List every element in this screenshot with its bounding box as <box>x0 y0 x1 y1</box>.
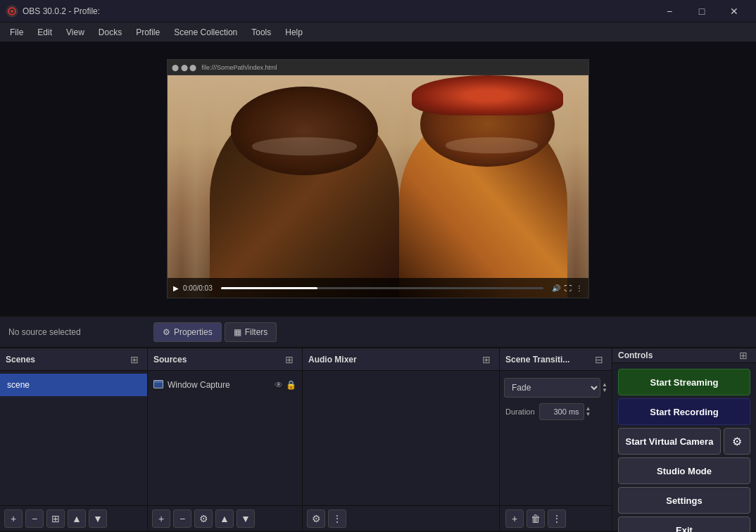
menu-docks[interactable]: Docks <box>92 25 129 40</box>
sources-panel-title: Sources <box>153 355 187 365</box>
sources-panel-header: Sources ⊞ <box>148 348 302 371</box>
filters-button[interactable]: ▦ Filters <box>225 322 277 342</box>
source-add-btn[interactable]: + <box>152 509 170 528</box>
properties-button[interactable]: ⚙ Properties <box>153 322 222 342</box>
properties-icon: ⚙ <box>163 327 170 337</box>
virtual-camera-row: Start Virtual Camera ⚙ <box>618 428 750 455</box>
sources-expand-btn[interactable]: ⊞ <box>282 353 296 367</box>
preview-window-titlebar: ⬤ ⬤ ⬤ file:///SomePath/index.html <box>168 60 588 75</box>
exit-btn[interactable]: Exit <box>618 517 750 532</box>
preview-time: 0:00/0:03 <box>183 284 213 292</box>
preview-window: ⬤ ⬤ ⬤ file:///SomePath/index.html <box>167 59 589 298</box>
close-button[interactable]: ✕ <box>718 0 750 23</box>
transition-content: Fade Cut Swipe ▲ ▼ Duration ▲ ▼ <box>500 371 612 505</box>
menu-file[interactable]: File <box>3 25 30 40</box>
app-title: OBS 30.0.2 - Profile: <box>23 6 653 16</box>
studio-mode-btn[interactable]: Studio Mode <box>618 457 750 484</box>
menu-help[interactable]: Help <box>278 25 310 40</box>
titlebar: OBS 30.0.2 - Profile: − □ ✕ <box>0 0 756 23</box>
transition-type-select[interactable]: Fade Cut Swipe <box>504 378 600 398</box>
audio-settings-btn[interactable]: ⚙ <box>307 509 325 528</box>
scene-add-btn[interactable]: + <box>4 509 23 528</box>
source-down-btn[interactable]: ▼ <box>237 509 255 528</box>
audio-more-btn[interactable]: ⋮ <box>328 509 346 528</box>
obs-logo-icon <box>6 5 18 18</box>
controls-panel-header: Controls ⊞ <box>612 348 756 363</box>
props-bar: No source selected ⚙ Properties ▦ Filter… <box>0 317 756 348</box>
filters-icon: ▦ <box>234 327 241 337</box>
transition-duration-row: Duration ▲ ▼ <box>500 400 612 423</box>
scene-remove-btn[interactable]: − <box>25 509 44 528</box>
settings-btn[interactable]: Settings <box>618 487 750 514</box>
transition-expand-btn[interactable]: ⊟ <box>592 353 606 367</box>
controls-panel-title: Controls <box>618 350 653 360</box>
source-visibility-btn[interactable]: 👁 <box>275 380 283 390</box>
transition-more-btn[interactable]: ⋮ <box>548 509 566 528</box>
controls-expand-btn[interactable]: ⊞ <box>736 348 750 362</box>
controls-content: Start Streaming Start Recording Start Vi… <box>612 363 756 532</box>
panels: Scenes ⊞ scene + − ⊞ ▲ ▼ Sources ⊞ W <box>0 348 756 531</box>
svg-point-2 <box>11 10 13 13</box>
preview-area: ⬤ ⬤ ⬤ file:///SomePath/index.html <box>0 42 756 317</box>
preview-fullscreen-btn[interactable]: ⛶ <box>565 284 572 292</box>
sources-list: Window Capture 👁 🔒 <box>148 371 302 505</box>
scene-item[interactable]: scene <box>0 374 147 396</box>
start-virtual-camera-btn[interactable]: Start Virtual Camera <box>618 428 721 455</box>
source-item[interactable]: Window Capture 👁 🔒 <box>148 374 302 396</box>
audio-panel-title: Audio Mixer <box>308 355 357 365</box>
transition-panel-header: Scene Transiti... ⊟ <box>500 348 612 371</box>
scenes-list: scene <box>0 371 147 505</box>
duration-input[interactable] <box>539 403 584 420</box>
duration-down-btn[interactable]: ▼ <box>586 412 591 417</box>
window-controls: − □ ✕ <box>653 0 750 23</box>
menu-view[interactable]: View <box>59 25 92 40</box>
menu-profile[interactable]: Profile <box>129 25 167 40</box>
duration-label: Duration <box>505 407 535 416</box>
transition-panel-title: Scene Transiti... <box>505 355 569 365</box>
preview-controls-bar: ▶ 0:00/0:03 🔊 ⛶ ⋮ <box>168 278 588 298</box>
preview-more-btn[interactable]: ⋮ <box>576 284 583 292</box>
maximize-button[interactable]: □ <box>686 0 718 23</box>
transition-down-btn[interactable]: ▼ <box>602 388 607 393</box>
scene-up-btn[interactable]: ▲ <box>68 509 86 528</box>
preview-play-btn[interactable]: ▶ <box>173 284 179 292</box>
sources-footer: + − ⚙ ▲ ▼ <box>148 505 302 531</box>
menu-tools[interactable]: Tools <box>244 25 278 40</box>
gear-icon: ⚙ <box>732 435 742 448</box>
audio-panel-header: Audio Mixer ⊞ <box>303 348 499 371</box>
menu-scene-collection[interactable]: Scene Collection <box>167 25 244 40</box>
audio-footer: ⚙ ⋮ <box>303 505 499 531</box>
scenes-panel-title: Scenes <box>6 355 35 365</box>
scene-down-btn[interactable]: ▼ <box>89 509 107 528</box>
virtual-camera-settings-btn[interactable]: ⚙ <box>724 428 750 455</box>
scenes-expand-btn[interactable]: ⊞ <box>127 353 141 367</box>
audio-content <box>303 371 499 505</box>
scenes-panel: Scenes ⊞ scene + − ⊞ ▲ ▼ <box>0 348 148 531</box>
source-properties-btn[interactable]: ⚙ <box>194 509 213 528</box>
window-capture-icon <box>153 380 163 391</box>
start-streaming-btn[interactable]: Start Streaming <box>618 369 750 395</box>
preview-url: ⬤ ⬤ ⬤ file:///SomePath/index.html <box>172 64 277 71</box>
preview-volume-btn[interactable]: 🔊 <box>552 284 560 292</box>
controls-panel: Controls ⊞ Start Streaming Start Recordi… <box>612 348 756 531</box>
preview-content: ▶ 0:00/0:03 🔊 ⛶ ⋮ <box>168 75 588 298</box>
start-recording-btn[interactable]: Start Recording <box>618 398 750 425</box>
transition-remove-btn[interactable]: 🗑 <box>527 509 545 528</box>
transition-add-btn[interactable]: + <box>505 509 524 528</box>
scenes-footer: + − ⊞ ▲ ▼ <box>0 505 147 531</box>
transition-footer: + 🗑 ⋮ <box>500 505 612 531</box>
sources-panel: Sources ⊞ Window Capture 👁 🔒 + − ⚙ ▲ ▼ <box>148 348 303 531</box>
source-item-controls: 👁 🔒 <box>275 380 296 390</box>
source-item-label: Window Capture <box>168 380 270 390</box>
source-lock-btn[interactable]: 🔒 <box>286 380 296 390</box>
transition-panel: Scene Transiti... ⊟ Fade Cut Swipe ▲ ▼ D… <box>500 348 612 531</box>
menu-edit[interactable]: Edit <box>30 25 59 40</box>
scenes-panel-header: Scenes ⊞ <box>0 348 147 371</box>
source-up-btn[interactable]: ▲ <box>215 509 234 528</box>
scene-duplicate-btn[interactable]: ⊞ <box>46 509 65 528</box>
minimize-button[interactable]: − <box>653 0 686 23</box>
audio-panel: Audio Mixer ⊞ ⚙ ⋮ <box>303 348 500 531</box>
audio-expand-btn[interactable]: ⊞ <box>479 353 493 367</box>
menubar: File Edit View Docks Profile Scene Colle… <box>0 23 756 42</box>
source-remove-btn[interactable]: − <box>173 509 191 528</box>
